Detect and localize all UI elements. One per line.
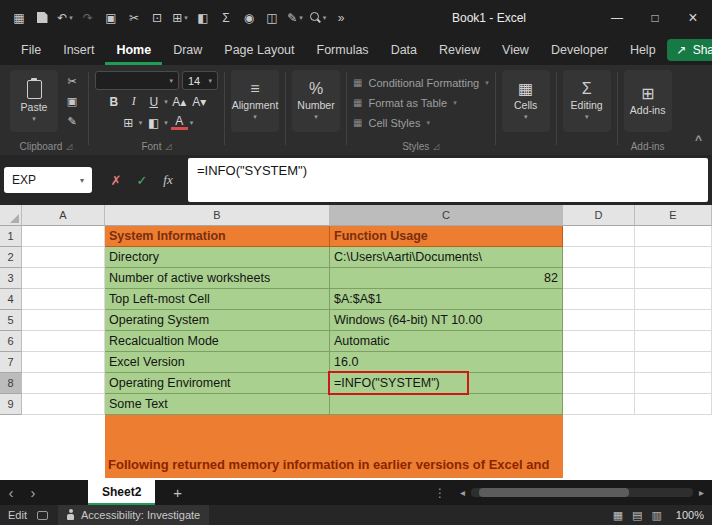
cell-b5[interactable]: Operating System [105, 310, 330, 331]
bold-button[interactable]: B [105, 93, 122, 111]
close-button[interactable]: × [674, 0, 712, 35]
dropdown-arrow-icon[interactable]: ▾ [164, 119, 168, 127]
cell-c1[interactable]: Function Usage [330, 226, 563, 247]
cell-e5[interactable] [635, 310, 712, 331]
accessibility-checker[interactable]: Accessibility: Investigate [58, 505, 209, 525]
decrease-font-button[interactable]: A▾ [191, 93, 208, 111]
dialog-launcher-icon[interactable]: ◿ [66, 142, 72, 151]
dropdown-arrow-icon[interactable]: ▾ [139, 119, 143, 127]
formula-input[interactable]: =INFO("SYSTEM") [188, 158, 708, 202]
page-layout-view-icon[interactable]: ▤ [632, 509, 642, 522]
cell-c2[interactable]: C:\Users\Aarti\Documents\ [330, 247, 563, 268]
row-header-6[interactable]: 6 [0, 331, 22, 352]
column-header-b[interactable]: B [105, 205, 330, 226]
underline-button[interactable]: U [145, 93, 162, 111]
cells-button[interactable]: ▦ Cells ▾ [502, 70, 550, 132]
cell-b3[interactable]: Number of active worksheets [105, 268, 330, 289]
cell-d8[interactable] [563, 373, 635, 394]
tab-developer[interactable]: Developer [540, 35, 619, 65]
format-painter-button[interactable]: ✎ [62, 113, 82, 130]
chart-icon[interactable]: ◫ [261, 6, 283, 30]
confirm-entry-icon[interactable]: ✓ [130, 167, 154, 193]
save-icon[interactable] [31, 6, 53, 30]
tab-formulas[interactable]: Formulas [306, 35, 380, 65]
cell-d6[interactable] [563, 331, 635, 352]
cell-d2[interactable] [563, 247, 635, 268]
row-header-1[interactable]: 1 [0, 226, 22, 247]
fill-color-button[interactable]: ◧ [145, 114, 162, 132]
column-header-e[interactable]: E [635, 205, 712, 226]
row-header-2[interactable]: 2 [0, 247, 22, 268]
tab-view[interactable]: View [491, 35, 540, 65]
normal-view-icon[interactable]: ▦ [613, 509, 623, 522]
new-sheet-button[interactable]: + [173, 484, 182, 501]
cell-d3[interactable] [563, 268, 635, 289]
undo-icon[interactable]: ↶▾ [54, 6, 76, 30]
cell-c7[interactable]: 16.0 [330, 352, 563, 373]
cell-b9[interactable]: Some Text [105, 394, 330, 415]
share-button[interactable]: ↗ Share ▾ [667, 39, 712, 61]
tab-draw[interactable]: Draw [162, 35, 213, 65]
more-commands-icon[interactable]: » [330, 6, 352, 30]
row-header-9[interactable]: 9 [0, 394, 22, 415]
splitter-dots-icon[interactable]: ⋮ [428, 486, 452, 500]
tab-review[interactable]: Review [428, 35, 491, 65]
cut-button[interactable]: ✂ [62, 73, 82, 90]
conditional-formatting-button[interactable]: ▦ Conditional Formatting ▾ [353, 74, 489, 91]
scrollbar-thumb[interactable] [479, 488, 629, 497]
cell-a1[interactable] [22, 226, 105, 247]
autosum-icon[interactable]: Σ [215, 6, 237, 30]
cell-a8[interactable] [22, 373, 105, 394]
cell-b4[interactable]: Top Left-most Cell [105, 289, 330, 310]
font-size-combo[interactable]: 14▾ [182, 71, 218, 90]
page-break-view-icon[interactable]: ▥ [651, 509, 661, 522]
mode-indicator[interactable]: Edit [8, 509, 27, 521]
cut-icon[interactable]: ✂ [123, 6, 145, 30]
scrollbar-track[interactable] [471, 488, 693, 497]
name-box[interactable]: EXP ▾ [4, 167, 92, 193]
dropdown-arrow-icon[interactable]: ▾ [164, 98, 168, 106]
cell-a4[interactable] [22, 289, 105, 310]
cell-e6[interactable] [635, 331, 712, 352]
column-header-c[interactable]: C [330, 205, 563, 226]
paste-special-icon[interactable]: ⊡ [146, 6, 168, 30]
draw-icon[interactable]: ✎▾ [284, 6, 306, 30]
cell-b1[interactable]: System Information [105, 226, 330, 247]
cell-b2[interactable]: Directory [105, 247, 330, 268]
column-header-a[interactable]: A [22, 205, 105, 226]
borders-icon[interactable]: ⊞▾ [169, 6, 191, 30]
cell-e8[interactable] [635, 373, 712, 394]
scroll-right-icon[interactable]: ▸ [699, 487, 704, 498]
cell-c9[interactable] [330, 394, 563, 415]
font-color-button[interactable]: A [171, 115, 188, 130]
cell-b7[interactable]: Excel Version [105, 352, 330, 373]
tab-home[interactable]: Home [105, 35, 162, 65]
previous-sheet-icon[interactable]: ‹ [0, 484, 22, 501]
dialog-launcher-icon[interactable]: ◿ [433, 142, 439, 151]
cell-a6[interactable] [22, 331, 105, 352]
alignment-button[interactable]: ≡ Alignment ▾ [231, 70, 279, 132]
cell-a3[interactable] [22, 268, 105, 289]
editing-button[interactable]: Σ Editing ▾ [563, 70, 611, 132]
select-all-corner[interactable] [0, 205, 22, 226]
cell-d5[interactable] [563, 310, 635, 331]
cell-c3[interactable]: 82 [330, 268, 563, 289]
paste-button[interactable]: Paste ▾ [10, 70, 58, 132]
copy-icon[interactable]: ▣ [100, 6, 122, 30]
search-icon[interactable]: ▾ [307, 6, 329, 30]
cell-a7[interactable] [22, 352, 105, 373]
merged-banner-cell[interactable]: Following returned memory information in… [105, 415, 563, 478]
dialog-launcher-icon[interactable]: ◿ [165, 142, 171, 151]
redo-icon[interactable]: ↷ [77, 6, 99, 30]
tab-data[interactable]: Data [380, 35, 428, 65]
next-sheet-icon[interactable]: › [22, 484, 44, 501]
addins-button[interactable]: ⊞ Add-ins [624, 70, 672, 132]
format-as-table-button[interactable]: ▦ Format as Table ▾ [353, 94, 457, 111]
cell-d4[interactable] [563, 289, 635, 310]
camera-icon[interactable]: ◉ [238, 6, 260, 30]
row-header-8[interactable]: 8 [0, 373, 22, 394]
cell-e2[interactable] [635, 247, 712, 268]
insert-function-icon[interactable]: fx [156, 167, 180, 193]
borders-button[interactable]: ⊞ [120, 114, 137, 132]
dropdown-arrow-icon[interactable]: ▾ [190, 119, 194, 127]
